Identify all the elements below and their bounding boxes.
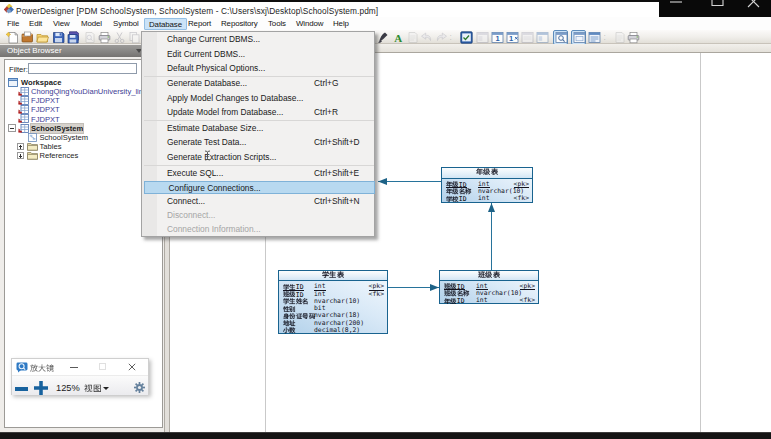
properties-icon[interactable]	[406, 31, 419, 44]
magnifier-maximize-icon[interactable]	[99, 363, 106, 370]
menu-item-label: Default Physical Options...	[167, 61, 265, 75]
expand-icon[interactable]	[17, 152, 25, 160]
menu-edit[interactable]: Edit	[25, 18, 46, 30]
svg-text:1: 1	[509, 34, 513, 43]
tree-item-tables[interactable]: Tables	[5, 142, 160, 151]
zoom-out-button[interactable]	[15, 387, 28, 391]
window-panel-1-icon[interactable]	[476, 31, 489, 44]
menu-help[interactable]: Help	[329, 18, 353, 30]
zoom-window-icon[interactable]	[553, 30, 568, 45]
print-preview-icon[interactable]	[83, 31, 96, 44]
window-controls	[659, 0, 771, 17]
open-model-icon[interactable]	[21, 31, 34, 44]
menu-item-default-physical-options[interactable]: Default Physical Options...	[143, 61, 374, 75]
menu-repository[interactable]: Repository	[217, 18, 262, 30]
table-symbol-class[interactable]: IDint<pk>nvarchar(10)IDint<fk>	[439, 270, 539, 305]
tree-item-fjdpxt[interactable]: FJDPXT	[5, 96, 160, 105]
menu-item-connect[interactable]: Connect...Ctrl+Shift+N	[143, 194, 374, 208]
expand-icon[interactable]	[17, 143, 25, 151]
open-folder-icon[interactable]	[36, 31, 49, 44]
menu-report[interactable]: Report	[184, 18, 215, 30]
column-name: ID	[444, 283, 465, 290]
window-panel-5-icon[interactable]	[536, 31, 549, 44]
menu-separator	[144, 165, 374, 166]
menu-item-generate-test-data[interactable]: Generate Test Data...Ctrl+Shift+D	[143, 135, 374, 149]
menu-item-generate-extraction-scripts[interactable]: Generate Extraction Scripts...	[143, 150, 374, 164]
column-type: int	[478, 195, 490, 202]
menu-symbol[interactable]: Symbol	[109, 18, 143, 30]
menu-window[interactable]: Window	[292, 18, 327, 30]
menu-bar: FileEditViewModelSymbolDatabaseReportRep…	[0, 17, 771, 30]
redo-icon[interactable]	[435, 31, 448, 44]
tree-item-label: ChongQingYouDianUniversity_line	[31, 87, 147, 96]
svg-text:A: A	[394, 31, 402, 43]
menu-item-label: Disconnect...	[167, 208, 215, 222]
column-key: <fk>	[514, 195, 529, 202]
tree-item-schoolsystem[interactable]: SchoolSystem	[5, 124, 160, 133]
reference-line-class-grade[interactable]	[491, 203, 492, 270]
filter-input[interactable]	[28, 63, 137, 75]
menu-item-label: Connect...	[167, 194, 205, 208]
note-window-icon[interactable]	[571, 30, 586, 45]
new-document-icon[interactable]	[6, 31, 19, 44]
toolbar-separator: ∙ ∙	[450, 33, 453, 42]
tree-item-schoolsystem[interactable]: SchoolSystem	[5, 133, 160, 142]
reference-line-grade-school[interactable]	[378, 181, 441, 182]
view-dropdown[interactable]	[84, 384, 101, 393]
menu-item-execute-sql[interactable]: Execute SQL...Ctrl+Shift+E	[143, 166, 374, 180]
column-name: ID	[283, 291, 304, 298]
column-name	[283, 320, 296, 327]
table-symbol-grade[interactable]: IDint<pk>nvarchar(10)IDint<fk>	[441, 167, 533, 203]
window-panel-3-icon[interactable]: 1	[506, 31, 519, 44]
menu-item-shortcut: Ctrl+G	[314, 76, 338, 90]
tree-item-references[interactable]: References	[5, 151, 160, 160]
column-name	[283, 298, 309, 305]
menu-database[interactable]: Database	[144, 18, 187, 30]
save-all-icon[interactable]	[67, 31, 80, 44]
gear-icon[interactable]	[134, 382, 145, 393]
diagram-icon	[27, 133, 38, 142]
close-icon[interactable]	[748, 0, 759, 7]
table-symbol-student[interactable]: IDint<pk>IDint<fk>nvarchar(10)bitnvarcha…	[278, 270, 388, 334]
menu-item-generate-database[interactable]: Generate Database...Ctrl+G	[143, 76, 374, 90]
menu-item-disconnect: Disconnect...	[143, 208, 374, 222]
maximize-icon[interactable]	[712, 0, 723, 6]
window-panel-2-icon[interactable]: 1	[491, 31, 504, 44]
tree-item-fjdpxt[interactable]: FJDPXT	[5, 114, 160, 123]
undo-icon[interactable]	[420, 31, 433, 44]
magnifier-close-icon[interactable]	[128, 363, 136, 371]
menu-file[interactable]: File	[3, 18, 23, 30]
zoom-in-button[interactable]	[34, 381, 48, 395]
menu-item-apply-model-changes-to-database[interactable]: Apply Model Changes to Database...	[143, 91, 374, 105]
menu-item-configure-connections[interactable]: Configure Connections...	[144, 181, 375, 195]
save-icon[interactable]	[52, 31, 65, 44]
model-icon	[18, 96, 29, 105]
tree-item-label: Tables	[40, 142, 62, 151]
menu-item-change-current-dbms[interactable]: Change Current DBMS...	[143, 32, 374, 46]
page-setup-icon[interactable]	[613, 31, 626, 44]
collapse-icon[interactable]	[8, 124, 16, 132]
menu-tools[interactable]: Tools	[264, 18, 290, 30]
column-name: ID	[446, 195, 467, 202]
cut-icon[interactable]	[113, 31, 126, 44]
window-panel-4-icon[interactable]	[521, 31, 534, 44]
menu-item-update-model-from-database[interactable]: Update Model from Database...Ctrl+R	[143, 105, 374, 119]
font-tool-icon[interactable]: A	[392, 31, 405, 44]
menu-model[interactable]: Model	[77, 18, 106, 30]
tree-item-chongqingyoudianuniversity-line[interactable]: ChongQingYouDianUniversity_line	[5, 87, 160, 96]
menu-item-label: Configure Connections...	[169, 182, 261, 195]
print-icon[interactable]	[98, 31, 111, 44]
menu-item-edit-current-dbms[interactable]: Edit Current DBMS...	[143, 47, 374, 61]
magnifier-minimize-icon[interactable]	[70, 367, 78, 368]
menu-item-estimate-database-size[interactable]: Estimate Database Size...	[143, 121, 374, 135]
copy-icon[interactable]	[128, 31, 141, 44]
menu-view[interactable]: View	[49, 18, 74, 30]
print-diagram-icon[interactable]	[627, 31, 640, 44]
tree-item-fjdpxt[interactable]: FJDPXT	[5, 105, 160, 114]
tree-item-workspace[interactable]: Workspace	[5, 78, 160, 87]
comment-window-icon[interactable]	[588, 31, 601, 44]
check-model-icon[interactable]	[460, 31, 473, 44]
powerdesigner-app-icon	[4, 4, 14, 14]
chevron-down-icon	[103, 387, 109, 390]
ink-tool-icon[interactable]	[377, 31, 390, 44]
